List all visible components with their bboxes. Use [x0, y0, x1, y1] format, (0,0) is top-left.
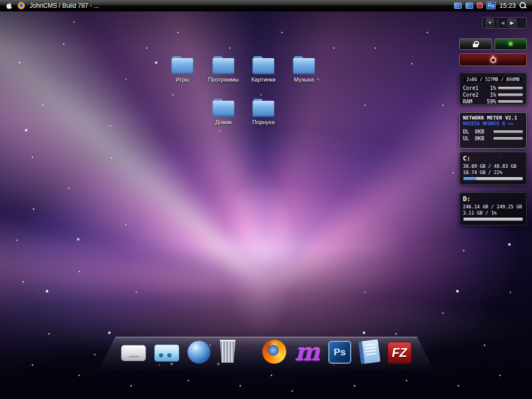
- dock-firewire-drive-icon[interactable]: [154, 344, 179, 364]
- dock: m Ps FZ: [99, 336, 434, 364]
- disk-d-free: 3.11 GB / 1%: [463, 210, 523, 216]
- upload-label: UL: [463, 136, 473, 141]
- ram-label: RAM: [463, 99, 482, 104]
- documents-icon: [358, 339, 380, 364]
- apple-menu-icon[interactable]: [5, 2, 13, 9]
- folder-icon: [171, 58, 193, 74]
- external-drive-icon: [121, 345, 146, 361]
- network-meter-title: NETWORK METER V2.1: [463, 115, 523, 121]
- dock-photoshop-icon[interactable]: Ps: [328, 341, 351, 364]
- download-label: DL: [463, 129, 473, 135]
- desktop-icon-label: Картинки: [243, 76, 284, 83]
- power-button[interactable]: [459, 54, 527, 66]
- cpu-core2-row: Core2 1%: [463, 91, 523, 98]
- cpu-meter-widget: 2x86 / 527MB / 894MB Core1 1% Core2 1% R…: [459, 73, 527, 105]
- folder-icon: [252, 58, 274, 74]
- upload-bar: [493, 137, 523, 140]
- desktop-icon-label: Игры: [162, 76, 203, 83]
- cpu-core1-bar: [498, 86, 523, 90]
- upload-row: UL 0KB: [463, 135, 523, 142]
- disk-c-bar: [463, 177, 523, 181]
- media-app-m-icon: m: [295, 342, 320, 363]
- network-tray-icon[interactable]: [466, 3, 473, 9]
- cpu-core1-row: Core1 1%: [463, 85, 523, 91]
- active-window-title[interactable]: JohnCMS / Build 787 - ...: [30, 2, 99, 9]
- desktop-screen: JohnCMS / Build 787 - ... Ru 15:23 + ◀ ▶…: [0, 0, 532, 399]
- dock-firefox-icon[interactable]: [262, 340, 286, 364]
- cpu-meter-header: 2x86 / 527MB / 894MB: [463, 76, 523, 83]
- cpu-core2-value: 1%: [483, 92, 496, 98]
- trash-icon: [219, 340, 236, 363]
- ram-value: 59%: [483, 99, 496, 104]
- folder-icon: [212, 58, 234, 74]
- network-globe-icon: [188, 341, 210, 364]
- firewire-drive-icon: [154, 344, 179, 362]
- dock-trash-icon[interactable]: [219, 340, 236, 364]
- lock-button[interactable]: [459, 38, 492, 50]
- desktop-icon-label: Домик: [203, 119, 244, 125]
- dock-documents-icon[interactable]: [360, 340, 379, 364]
- status-tray-icon[interactable]: [477, 3, 483, 8]
- cpu-core1-value: 1%: [483, 85, 496, 91]
- ram-row: RAM 59%: [463, 98, 523, 105]
- desktop-icon-programs[interactable]: Программы: [203, 58, 244, 83]
- cpu-core1-label: Core1: [463, 85, 482, 91]
- clock[interactable]: 15:23: [499, 2, 516, 9]
- toolbar-prev-button[interactable]: ◀: [501, 20, 504, 25]
- network-adapter-label[interactable]: NVIDIA NFORCE N >>: [463, 121, 523, 126]
- ram-bar: [498, 100, 523, 103]
- desktop-icon-label: Порнуха: [243, 119, 284, 125]
- disk-c-widget: C: 38.09 GB / 48.83 GB 10.74 GB / 22%: [459, 152, 527, 185]
- cpu-core2-label: Core2: [463, 92, 482, 98]
- upload-value: 0KB: [475, 136, 491, 141]
- toolbar-next-button[interactable]: ▶: [508, 19, 516, 27]
- side-button-row: ✳: [459, 38, 527, 50]
- disk-c-label: C:: [463, 155, 523, 162]
- disk-c-free: 10.74 GB / 22%: [463, 170, 523, 175]
- folder-icon: [252, 101, 274, 117]
- dock-network-globe-icon[interactable]: [188, 341, 210, 364]
- toolbar-add-button[interactable]: +: [486, 19, 494, 27]
- power-icon: [490, 57, 496, 63]
- search-icon[interactable]: [520, 2, 527, 9]
- folder-icon: [212, 101, 234, 117]
- cpu-core2-bar: [498, 93, 523, 97]
- menubar: JohnCMS / Build 787 - ... Ru 15:23: [0, 0, 532, 11]
- star-icon: ✳: [508, 40, 513, 48]
- desktop-icon-pictures[interactable]: Картинки: [243, 58, 284, 83]
- folder-icon: [293, 58, 315, 74]
- filezilla-icon: FZ: [388, 342, 411, 364]
- download-row: DL 0KB: [463, 128, 523, 135]
- desktop-icon-porn[interactable]: Порнуха: [243, 101, 284, 125]
- settings-button[interactable]: ✳: [495, 38, 527, 50]
- desktop-icon-games[interactable]: Игры: [162, 58, 203, 83]
- network-meter-widget: NETWORK METER V2.1 NVIDIA NFORCE N >> DL…: [459, 112, 527, 149]
- firefox-taskbar-icon[interactable]: [18, 2, 25, 9]
- dock-filezilla-icon[interactable]: FZ: [388, 342, 411, 364]
- display-tray-icon[interactable]: [454, 3, 462, 9]
- download-value: 0KB: [475, 129, 491, 135]
- desktop-icon-music[interactable]: Музыка: [283, 58, 325, 83]
- disk-c-usage: 38.09 GB / 48.83 GB: [463, 164, 523, 169]
- dock-media-app-icon[interactable]: m: [295, 342, 320, 364]
- firefox-icon: [262, 340, 286, 364]
- toolbar-divider: [497, 19, 498, 26]
- desktop-icon-label: Программы: [203, 76, 244, 83]
- download-bar: [493, 130, 523, 134]
- desktop-icon-home[interactable]: Домик: [203, 101, 244, 125]
- dock-external-drive-icon[interactable]: [121, 345, 146, 364]
- photoshop-icon: Ps: [328, 341, 351, 364]
- desktop-icon-label: Музыка: [283, 76, 325, 83]
- disk-d-bar: [463, 217, 523, 221]
- disk-d-usage: 246.14 GB / 249.25 GB: [463, 204, 523, 209]
- disk-d-widget: D: 246.14 GB / 249.25 GB 3.11 GB / 1%: [459, 192, 527, 225]
- keyboard-layout-badge[interactable]: Ru: [486, 2, 496, 9]
- disk-d-label: D:: [463, 195, 523, 203]
- lock-icon: [473, 44, 478, 47]
- dock-config-toolbar: + ◀ ▶: [482, 17, 527, 29]
